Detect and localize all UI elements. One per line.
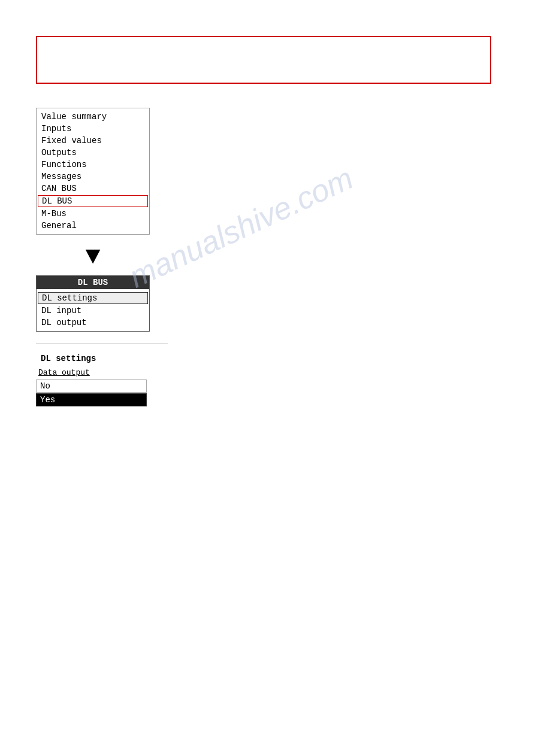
menu-item-fixed-values[interactable]: Fixed values (37, 135, 149, 147)
menu-item-outputs[interactable]: Outputs (37, 147, 149, 159)
watermark: manualshive.com (123, 160, 358, 294)
down-arrow-icon: ▼ (85, 244, 100, 269)
menu-item-value-summary[interactable]: Value summary (37, 111, 149, 123)
dl-bus-panel-header: DL BUS (37, 276, 149, 289)
menu-item-functions[interactable]: Functions (37, 159, 149, 171)
menu-item-general[interactable]: General (37, 220, 149, 232)
menu-item-dl-bus[interactable]: DL BUS (38, 195, 148, 207)
data-output-label: Data output (36, 368, 168, 377)
menu-item-m-bus[interactable]: M-Bus (37, 208, 149, 220)
dl-bus-sub-panel: DL BUS DL settings DL input DL output (36, 275, 150, 332)
menu-item-inputs[interactable]: Inputs (37, 123, 149, 135)
sub-item-dl-input[interactable]: DL input (37, 305, 149, 317)
main-menu: Value summary Inputs Fixed values Output… (36, 108, 150, 235)
sub-item-dl-output[interactable]: DL output (37, 317, 149, 329)
sub-item-dl-settings[interactable]: DL settings (38, 292, 148, 304)
option-yes[interactable]: Yes (36, 393, 147, 406)
menu-item-messages[interactable]: Messages (37, 171, 149, 183)
menu-item-can-bus[interactable]: CAN BUS (37, 183, 149, 195)
settings-title: DL settings (36, 354, 168, 363)
section-divider (36, 344, 168, 344)
option-no[interactable]: No (36, 379, 147, 393)
arrow-container: ▼ (36, 244, 150, 269)
dl-settings-section: DL settings Data output No Yes (36, 354, 168, 406)
dl-bus-panel-body: DL settings DL input DL output (37, 289, 149, 331)
top-red-box (36, 36, 491, 84)
